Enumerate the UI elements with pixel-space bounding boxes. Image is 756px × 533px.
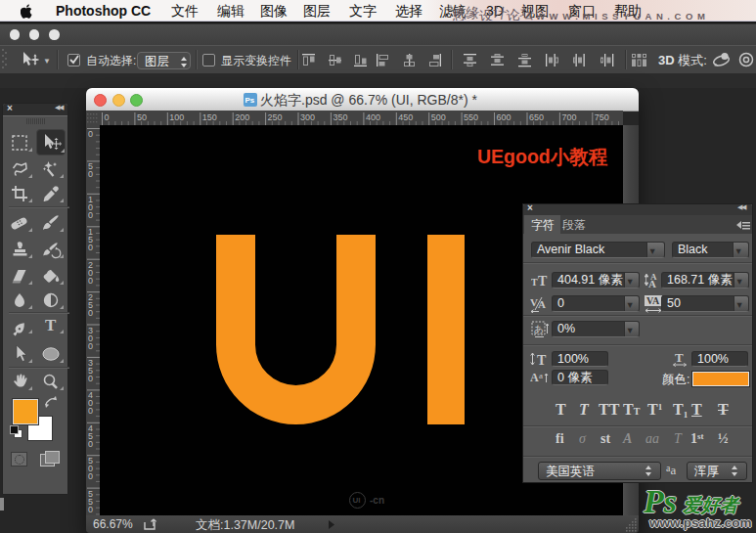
svg-text:0: 0 [88, 505, 93, 514]
svg-text:100: 100 [169, 112, 184, 122]
svg-text:0: 0 [88, 341, 93, 351]
svg-text:400: 400 [366, 112, 380, 122]
svg-text:あ: あ [534, 324, 544, 334]
svg-text:0: 0 [105, 112, 110, 122]
svg-text:0: 0 [88, 374, 93, 383]
svg-text:450: 450 [398, 112, 413, 122]
svg-text:0: 0 [88, 169, 93, 179]
svg-text:T: T [537, 353, 547, 367]
svg-text:0: 0 [88, 129, 93, 139]
svg-text:T: T [531, 277, 538, 288]
svg-text:A: A [530, 371, 539, 384]
svg-text:T: T [675, 351, 684, 365]
svg-text:250: 250 [268, 112, 283, 122]
svg-text:650: 650 [529, 112, 544, 122]
svg-text:0: 0 [88, 471, 93, 481]
svg-text:0: 0 [88, 243, 93, 252]
svg-text:350: 350 [333, 112, 347, 122]
svg-text:300: 300 [300, 112, 315, 122]
svg-text:0: 0 [88, 439, 93, 449]
svg-text:a: a [539, 371, 543, 380]
svg-text:750: 750 [595, 112, 609, 122]
svg-text:T: T [538, 274, 548, 289]
svg-text:50: 50 [137, 112, 147, 122]
svg-text:200: 200 [235, 112, 249, 122]
svg-text:A: A [538, 298, 546, 310]
svg-text:700: 700 [561, 112, 576, 122]
svg-text:500: 500 [431, 112, 446, 122]
svg-text:0: 0 [88, 308, 93, 318]
svg-text:A: A [648, 278, 656, 289]
svg-text:550: 550 [464, 112, 478, 122]
svg-text:VA: VA [646, 295, 660, 306]
svg-text:T: T [45, 316, 57, 334]
svg-text:0: 0 [88, 210, 93, 220]
svg-text:150: 150 [202, 112, 217, 122]
svg-text:0: 0 [88, 406, 93, 416]
svg-text:0: 0 [88, 276, 93, 286]
svg-text:600: 600 [497, 112, 511, 122]
